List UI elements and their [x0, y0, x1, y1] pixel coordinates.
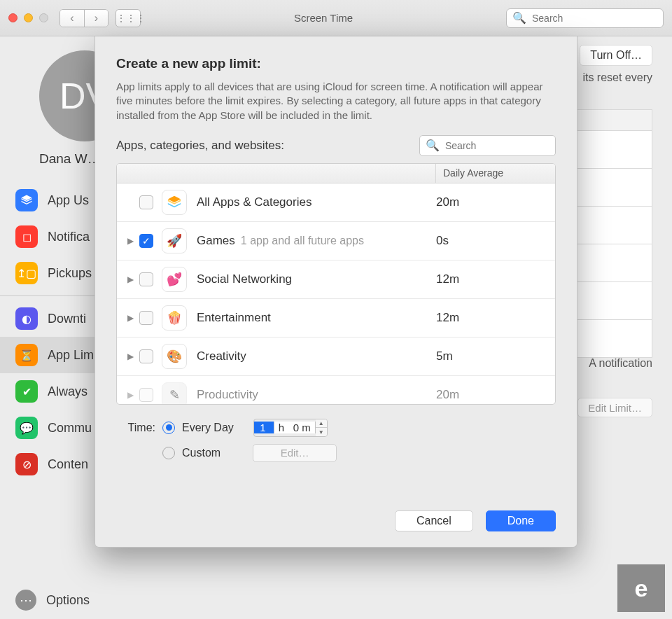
sidebar-item-label: Pickups — [48, 266, 92, 281]
hourglass-icon: ⏳ — [15, 344, 38, 366]
popcorn-icon: 🍿 — [162, 305, 187, 331]
sidebar-item-label: App Us — [48, 193, 89, 208]
bubble-icon: 💬 — [15, 417, 38, 439]
apps-categories-label: Apps, categories, and websites: — [116, 139, 284, 153]
traffic-lights — [8, 13, 48, 22]
nav-segmented: ‹ › — [59, 9, 108, 27]
sidebar-item-label: Commu — [48, 421, 92, 436]
category-search[interactable]: 🔍 — [419, 135, 556, 156]
daily-average: 12m — [436, 272, 548, 286]
forward-button[interactable]: › — [84, 10, 108, 27]
checkbox[interactable] — [139, 272, 153, 286]
category-name: Creativity — [197, 349, 246, 363]
search-icon: 🔍 — [426, 139, 440, 152]
pickup-icon: ↥▢ — [15, 262, 38, 284]
radio-custom-label: Custom — [182, 447, 220, 459]
radio-custom[interactable] — [162, 447, 175, 459]
create-limit-sheet: Create a new app limit: App limits apply… — [94, 36, 578, 548]
radio-every-day-label: Every Day — [182, 422, 234, 434]
stack-icon — [162, 190, 187, 215]
category-subtitle: 1 app and all future apps — [241, 235, 364, 247]
sidebar-item-label: App Lim — [48, 348, 94, 363]
daily-average: 5m — [436, 349, 548, 363]
checkbox[interactable] — [139, 311, 153, 325]
hours-field[interactable]: 1 — [254, 422, 274, 433]
zoom-window-icon[interactable] — [39, 13, 48, 22]
list-row-entertainment[interactable]: ▶ 🍿 Entertainment 12m — [117, 299, 555, 338]
disclosure-icon[interactable]: ▶ — [124, 390, 136, 400]
edit-custom-button: Edit… — [253, 444, 337, 462]
list-row-all[interactable]: All Apps & Categories 20m — [117, 183, 555, 222]
minimize-window-icon[interactable] — [24, 13, 33, 22]
show-all-prefs-button[interactable]: ⋮⋮⋮ — [115, 9, 141, 27]
turn-off-button[interactable]: Turn Off… — [580, 45, 652, 66]
category-search-input[interactable] — [444, 139, 569, 152]
checkbox[interactable] — [139, 195, 153, 209]
check-icon: ✔ — [15, 380, 38, 403]
col-name[interactable] — [117, 164, 436, 183]
list-row-social[interactable]: ▶ 💕 Social Networking 12m — [117, 260, 555, 299]
daily-average: 0s — [436, 234, 548, 248]
chevron-up-icon[interactable]: ▲ — [316, 419, 327, 429]
palette-icon: 🎨 — [162, 344, 187, 369]
ellipsis-icon: ⋯ — [15, 590, 36, 611]
window-title: Screen Time — [148, 12, 499, 24]
time-row-custom: Custom Edit… — [116, 444, 556, 462]
sidebar-item-label: Always — [48, 384, 88, 399]
sheet-title: Create a new app limit: — [116, 56, 556, 71]
list-body[interactable]: All Apps & Categories 20m ▶ ✓ 🚀 Games 1 … — [117, 183, 555, 405]
list-row-productivity[interactable]: ▶ ✎ Productivity 20m — [117, 376, 555, 405]
options-button[interactable]: ⋯ Options — [15, 590, 90, 611]
category-name: Social Networking — [197, 272, 292, 286]
pencil-icon: ✎ — [162, 382, 187, 405]
daily-average: 20m — [436, 195, 548, 209]
done-button[interactable]: Done — [486, 510, 556, 531]
bg-note: A notification — [589, 357, 652, 370]
disclosure-icon[interactable]: ▶ — [124, 236, 136, 246]
sidebar-item-label: Downti — [48, 312, 86, 326]
daily-average: 20m — [436, 388, 548, 402]
moon-icon: ◐ — [15, 307, 38, 330]
window-toolbar: ‹ › ⋮⋮⋮ Screen Time 🔍 — [0, 0, 672, 36]
disclosure-icon[interactable]: ▶ — [124, 352, 136, 361]
disclosure-icon[interactable]: ▶ — [124, 313, 136, 323]
engadget-badge: e — [617, 564, 665, 612]
checkbox[interactable]: ✓ — [139, 234, 153, 248]
bell-icon: ◻ — [15, 225, 38, 248]
back-button[interactable]: ‹ — [60, 10, 84, 27]
disclosure-icon[interactable]: ▶ — [124, 274, 136, 284]
category-list: Daily Average All Apps & Categories 20m … — [116, 163, 556, 405]
options-label: Options — [46, 593, 90, 608]
time-label: Time: — [116, 422, 155, 434]
col-daily-average[interactable]: Daily Average — [436, 164, 555, 183]
list-row-creativity[interactable]: ▶ 🎨 Creativity 5m — [117, 338, 555, 376]
no-icon: ⊘ — [15, 453, 38, 475]
category-name: Productivity — [197, 388, 258, 402]
stack-icon — [15, 189, 38, 211]
daily-average: 12m — [436, 311, 548, 325]
toolbar-search-input[interactable] — [531, 12, 657, 25]
checkbox[interactable] — [139, 388, 153, 402]
radio-every-day[interactable] — [162, 422, 175, 434]
heart-bubble-icon: 💕 — [162, 267, 187, 292]
time-row-every-day: Time: Every Day 1 h 0 m ▲▼ — [116, 419, 556, 437]
category-name: All Apps & Categories — [197, 195, 312, 209]
search-icon: 🔍 — [512, 11, 526, 25]
reset-text: its reset every — [582, 71, 652, 84]
rocket-icon: 🚀 — [162, 228, 187, 253]
sidebar-item-label: Conten — [48, 457, 88, 472]
cancel-button[interactable]: Cancel — [395, 510, 473, 531]
time-spinner[interactable]: 1 h 0 m ▲▼ — [253, 419, 328, 437]
category-name: Entertainment — [197, 311, 271, 325]
sheet-description: App limits apply to all devices that are… — [116, 80, 556, 123]
list-row-games[interactable]: ▶ ✓ 🚀 Games 1 app and all future apps 0s — [117, 222, 555, 260]
checkbox[interactable] — [139, 349, 153, 363]
chevron-down-icon[interactable]: ▼ — [316, 428, 327, 436]
category-name: Games — [197, 234, 235, 248]
stepper[interactable]: ▲▼ — [316, 419, 327, 436]
edit-limit-button[interactable]: Edit Limit… — [578, 398, 652, 417]
list-header: Daily Average — [117, 164, 555, 183]
sidebar-item-label: Notifica — [48, 230, 90, 244]
close-window-icon[interactable] — [8, 13, 18, 22]
toolbar-search[interactable]: 🔍 — [506, 8, 664, 28]
